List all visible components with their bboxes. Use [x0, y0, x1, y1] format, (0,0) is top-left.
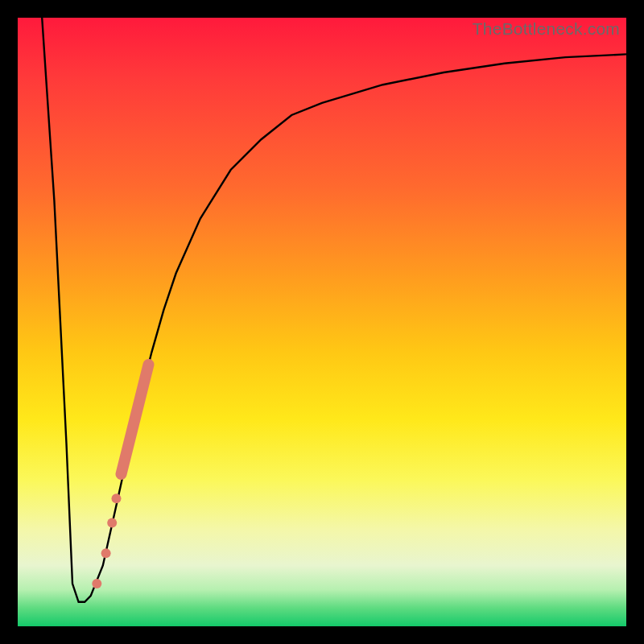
watermark-text: TheBottleneck.com	[473, 19, 620, 39]
chart-svg	[18, 18, 626, 626]
highlighted-segment	[122, 365, 149, 474]
chart-frame: TheBottleneck.com	[0, 0, 644, 644]
curve-marker	[112, 493, 122, 503]
curve-markers	[92, 493, 121, 588]
curve-marker	[101, 548, 111, 558]
plot-area: TheBottleneck.com	[18, 18, 626, 626]
curve-marker	[107, 518, 117, 528]
curve-marker	[92, 579, 101, 588]
bottleneck-curve	[42, 18, 626, 602]
